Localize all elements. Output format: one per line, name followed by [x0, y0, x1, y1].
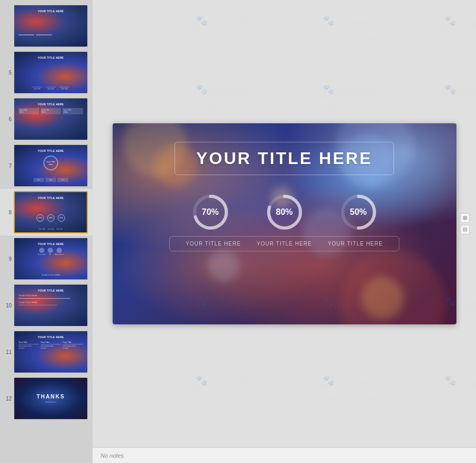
- slide-content: YOUR TITLE HERE 70%: [113, 123, 456, 324]
- slide-thumbnail-8[interactable]: 8 YOUR TITLE HERE 70% 80% 50% Your Title…: [0, 189, 93, 235]
- main-content-area: ahhhhfs ABSKOOP.COM ahhhhfs ABSKOOP.COM …: [93, 0, 476, 463]
- stat-item-3: 50%: [337, 191, 380, 233]
- slide-number-8: 8: [3, 210, 12, 215]
- bottom-label-1: YOUR TITLE HERE: [186, 241, 241, 247]
- resize-toolbar: ⊞ ⊟: [460, 213, 470, 234]
- slide-thumb-5: YOUR TITLE HERE Your Title Your Title Yo…: [14, 51, 88, 94]
- bottom-label-3: YOUR TITLE HERE: [328, 241, 383, 247]
- slide-thumb-1: YOUR TITLE HERE: [14, 5, 88, 47]
- slide-thumbnail-5[interactable]: 5 YOUR TITLE HERE Your Title Your Title …: [0, 49, 93, 96]
- slide-thumbnail-11[interactable]: 11 YOUR TITLE HERE Your Title Lorem ipsu…: [0, 329, 93, 375]
- main-slide-area: ⊞ ⊟ YOUR TITLE HERE: [93, 0, 476, 447]
- slide-thumb-9: YOUR TITLE HERE Very Good Ok Advanement …: [14, 238, 88, 280]
- slide-thumb-8: YOUR TITLE HERE 70% 80% 50% Your Title Y…: [14, 191, 88, 233]
- expand-button[interactable]: ⊞: [460, 213, 470, 223]
- slide-number-10: 10: [3, 303, 12, 308]
- stat-item-2: 80%: [263, 191, 306, 233]
- stats-row: 70% 80%: [189, 191, 380, 233]
- arc-70-label: 70%: [202, 207, 218, 217]
- slide-number-12: 12: [3, 396, 12, 402]
- slide-thumb-7: YOUR TITLE HERE Your TitleHere item item…: [14, 144, 88, 187]
- slide-thumb-11: YOUR TITLE HERE Your Title Lorem ipsum d…: [14, 331, 88, 373]
- collapse-button[interactable]: ⊟: [460, 225, 470, 234]
- bottom-label-2: YOUR TITLE HERE: [257, 241, 312, 247]
- arc-50-label: 50%: [350, 207, 367, 217]
- stat-item-1: 70%: [189, 191, 232, 233]
- slide-number-7: 7: [3, 163, 12, 169]
- slide-thumbnail-6[interactable]: 6 YOUR TITLE HERE Your TitleHere Your Ti…: [0, 96, 93, 142]
- slide-thumbnail-9[interactable]: 9 YOUR TITLE HERE Very Good Ok Advanemen…: [0, 235, 93, 282]
- slide-thumb-10: YOUR TITLE HERE YOUR TITLE HERE YOUR TIT…: [14, 284, 88, 326]
- slide-thumbnail-1[interactable]: YOUR TITLE HERE: [0, 3, 93, 49]
- arc-80: 80%: [263, 191, 306, 233]
- slide-number-5: 5: [3, 70, 12, 76]
- slide-thumb-6: YOUR TITLE HERE Your TitleHere Your Titl…: [14, 98, 88, 140]
- slide-1-title: YOUR TITLE HERE: [14, 10, 87, 13]
- arc-70: 70%: [189, 191, 232, 233]
- notes-text: No notes: [100, 452, 124, 459]
- title-container: YOUR TITLE HERE: [175, 142, 394, 175]
- slide-number-11: 11: [3, 349, 12, 355]
- arc-50: 50%: [337, 191, 380, 233]
- slide-number-6: 6: [3, 116, 12, 122]
- slide-thumbnail-10[interactable]: 10 YOUR TITLE HERE YOUR TITLE HERE YOUR …: [0, 282, 93, 329]
- slide-thumbnail-12[interactable]: 12 THANKS abskoop.com: [0, 375, 93, 422]
- active-slide[interactable]: YOUR TITLE HERE 70%: [113, 123, 456, 324]
- slide-number-9: 9: [3, 256, 12, 262]
- slide-main-title: YOUR TITLE HERE: [196, 149, 372, 168]
- slide-thumbnail-7[interactable]: 7 YOUR TITLE HERE Your TitleHere item it…: [0, 142, 93, 189]
- slide-thumb-12: THANKS abskoop.com: [14, 377, 88, 420]
- arc-80-label: 80%: [276, 207, 292, 217]
- slides-panel: YOUR TITLE HERE 5 YOUR TITLE HERE Your T…: [0, 0, 93, 463]
- notes-bar: No notes: [93, 447, 476, 463]
- bottom-labels-box: YOUR TITLE HERE YOUR TITLE HERE YOUR TIT…: [169, 236, 399, 251]
